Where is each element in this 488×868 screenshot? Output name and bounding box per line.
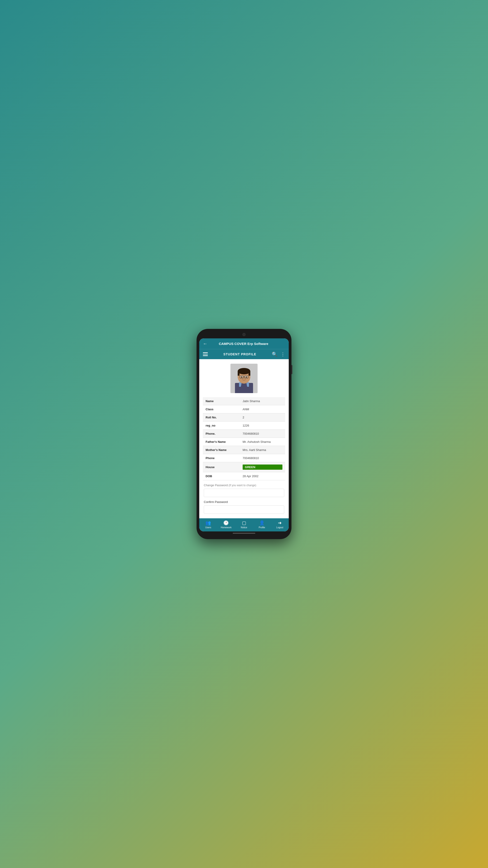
users-icon: 👥: [205, 520, 211, 526]
svg-point-11: [241, 376, 242, 378]
svg-rect-7: [238, 371, 239, 376]
class-value: ANM: [240, 405, 285, 413]
dob-value: 28 Apr 2002: [240, 472, 285, 480]
dob-label: DOB: [203, 472, 240, 480]
search-icon[interactable]: 🔍: [272, 351, 278, 357]
nav-notice[interactable]: ▢ Notice: [235, 520, 253, 529]
table-row: reg_no 1226: [203, 422, 285, 430]
bottom-navigation: 👥 Users 🕐 Homework ▢ Notice 👤 Profile ➜ …: [199, 518, 289, 531]
mother-label: Mother's Name: [203, 446, 240, 454]
homework-icon: 🕐: [223, 520, 229, 526]
svg-point-12: [246, 376, 247, 378]
roll-label: Roll No.: [203, 413, 240, 422]
top-app-bar: ← CAMPUS COVER Erp Software: [199, 338, 289, 349]
confirm-password-label: Confirm Password: [204, 500, 284, 504]
change-password-label: Change Password (If you want to change): [204, 484, 284, 487]
father-value: Mr. Ashutosh Sharma: [240, 438, 285, 446]
hamburger-menu[interactable]: [203, 352, 208, 356]
confirm-password-input[interactable]: [204, 505, 284, 514]
change-password-input[interactable]: [204, 489, 284, 497]
notice-icon: ▢: [242, 520, 246, 526]
house-label: House: [203, 462, 240, 472]
table-row: Father's Name Mr. Ashutosh Sharma: [203, 438, 285, 446]
class-label: Class: [203, 405, 240, 413]
phone1-value: 7004680810: [240, 430, 285, 438]
table-row: DOB 28 Apr 2002: [203, 472, 285, 480]
profile-table: Name Jatin Sharma Class ANM Roll No. 2 r…: [203, 397, 285, 480]
app-title: CAMPUS COVER Erp Software: [207, 342, 280, 346]
name-value: Jatin Sharma: [240, 397, 285, 405]
phone-frame: ← CAMPUS COVER Erp Software STUDENT PROF…: [197, 329, 291, 539]
table-row: Phone. 7004680810: [203, 430, 285, 438]
nav-logout[interactable]: ➜ Logout: [271, 520, 289, 529]
logout-label: Logout: [276, 526, 283, 529]
phone-screen: ← CAMPUS COVER Erp Software STUDENT PROF…: [199, 338, 289, 531]
svg-rect-8: [249, 371, 250, 376]
profile-icon: 👤: [259, 520, 265, 526]
side-button: [291, 365, 292, 374]
nav-users[interactable]: 👥 Users: [199, 520, 217, 529]
notice-label: Notice: [241, 526, 247, 529]
roll-value: 2: [240, 413, 285, 422]
house-badge: GREEN: [242, 465, 283, 470]
table-row: Name Jatin Sharma: [203, 397, 285, 405]
home-bar: [233, 533, 255, 534]
table-row: House GREEN: [203, 462, 285, 472]
table-row: Class ANM: [203, 405, 285, 413]
nav-title: STUDENT PROFILE: [223, 352, 256, 356]
homework-label: Homework: [221, 526, 232, 529]
avatar: [230, 364, 258, 393]
profile-label: Profile: [259, 526, 265, 529]
phone2-label: Phone: [203, 454, 240, 462]
mother-value: Mrs. Aarti Sharma: [240, 446, 285, 454]
nav-profile[interactable]: 👤 Profile: [253, 520, 271, 529]
avatar-container: [203, 364, 285, 393]
reg-value: 1226: [240, 422, 285, 430]
table-row: Mother's Name Mrs. Aarti Sharma: [203, 446, 285, 454]
table-row: Phone 7004680810: [203, 454, 285, 462]
nav-bar: STUDENT PROFILE 🔍 ⋮: [199, 349, 289, 359]
users-label: Users: [205, 526, 211, 529]
content-area: Name Jatin Sharma Class ANM Roll No. 2 r…: [199, 359, 289, 518]
table-row: Roll No. 2: [203, 413, 285, 422]
phone2-value: 7004680810: [240, 454, 285, 462]
nav-icons: 🔍 ⋮: [272, 351, 285, 357]
more-options-icon[interactable]: ⋮: [281, 351, 285, 357]
svg-point-6: [238, 368, 250, 374]
name-label: Name: [203, 397, 240, 405]
camera: [242, 333, 246, 336]
home-indicator: [199, 531, 289, 535]
father-label: Father's Name: [203, 438, 240, 446]
nav-homework[interactable]: 🕐 Homework: [217, 520, 235, 529]
house-value: GREEN: [240, 462, 285, 472]
password-section: Change Password (If you want to change) …: [203, 480, 285, 516]
logout-icon: ➜: [278, 520, 282, 526]
back-button[interactable]: ←: [203, 341, 207, 346]
reg-label: reg_no: [203, 422, 240, 430]
phone1-label: Phone.: [203, 430, 240, 438]
